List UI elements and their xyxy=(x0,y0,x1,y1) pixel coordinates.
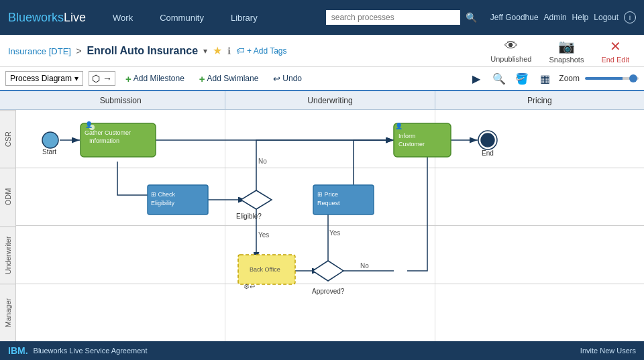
search-input[interactable] xyxy=(326,10,460,25)
main-content: CSR ODM Underwriter Manager Submission U… xyxy=(0,91,644,341)
zoom-label: Zoom xyxy=(559,74,580,83)
diagram-type-label: Process Diagram xyxy=(10,74,72,83)
end-edit-label: End Edit xyxy=(601,56,629,64)
svg-text:⊞ Price: ⊞ Price xyxy=(317,191,338,198)
nav-work[interactable]: Work xyxy=(99,0,146,35)
play-button[interactable]: ▶ xyxy=(468,70,485,87)
select-icon[interactable]: ⬡ xyxy=(92,73,100,84)
logo-text-white: Live xyxy=(64,11,86,24)
svg-text:Start: Start xyxy=(42,148,56,156)
tag-icon: 🏷 xyxy=(236,46,245,56)
approved-gateway-node[interactable] xyxy=(313,261,343,281)
search-diagram-button[interactable]: 🔍 xyxy=(490,70,508,87)
ibm-logo: IBM. xyxy=(8,345,28,356)
svg-point-23 xyxy=(481,133,494,147)
user-area: Jeff Goodhue Admin Help Logout i xyxy=(490,11,636,23)
nav-library[interactable]: Library xyxy=(217,0,271,35)
service-agreement-link[interactable]: Blueworks Live Service Agreement xyxy=(34,347,148,355)
diagram-type-chevron: ▾ xyxy=(74,74,78,83)
app-logo: BlueworksLive xyxy=(8,11,86,25)
breadcrumb-separator: > xyxy=(76,46,82,56)
svg-text:No: No xyxy=(360,262,369,269)
svg-text:Back Office: Back Office xyxy=(250,266,280,273)
help-link[interactable]: Help xyxy=(572,13,589,22)
snapshots-button[interactable]: 📷 Snapshots xyxy=(542,36,590,66)
undo-label: Undo xyxy=(282,74,302,83)
logo-text-blue: Blueworks xyxy=(8,11,64,24)
svg-text:Customer: Customer xyxy=(398,141,425,147)
nav-links: Work Community Library xyxy=(99,0,313,35)
svg-text:No: No xyxy=(258,158,267,165)
svg-text:Inform: Inform xyxy=(398,133,416,139)
add-swimlane-plus-icon: + xyxy=(199,73,205,84)
footer: IBM. Blueworks Live Service Agreement In… xyxy=(0,341,644,360)
user-role: Admin xyxy=(544,13,567,22)
svg-text:Eligibility: Eligibility xyxy=(151,200,175,206)
swimlane-label-odm: ODM xyxy=(0,168,15,225)
favorite-icon[interactable]: ★ xyxy=(213,44,222,57)
nav-community[interactable]: Community xyxy=(146,0,217,35)
add-milestone-button[interactable]: + Add Milestone xyxy=(121,70,189,87)
eligibility-gateway-node[interactable] xyxy=(241,190,272,209)
title-bar: Insurance [DTE] > Enroll Auto Insurance … xyxy=(0,35,644,67)
svg-text:Yes: Yes xyxy=(258,231,269,239)
paint-button[interactable]: 🪣 xyxy=(513,70,531,87)
unpublished-button[interactable]: 👁 Unpublished xyxy=(484,36,538,66)
end-edit-button[interactable]: ✕ End Edit xyxy=(594,36,636,66)
svg-text:⚙↩: ⚙↩ xyxy=(244,283,255,290)
breadcrumb: Insurance [DTE] > Enroll Auto Insurance xyxy=(8,45,198,57)
swimlane-label-csr: CSR xyxy=(0,110,15,168)
diagram-area: CSR ODM Underwriter Manager Submission U… xyxy=(0,91,644,341)
top-navigation: BlueworksLive Work Community Library 🔍 J… xyxy=(0,0,644,35)
add-swimlane-button[interactable]: + Add Swimlane xyxy=(195,70,263,87)
add-swimlane-label: Add Swimlane xyxy=(207,74,259,83)
end-edit-icon: ✕ xyxy=(610,38,621,54)
breadcrumb-parent[interactable]: Insurance [DTE] xyxy=(8,46,71,56)
logout-link[interactable]: Logout xyxy=(594,13,619,22)
svg-text:Request: Request xyxy=(317,200,340,206)
svg-text:👤: 👤 xyxy=(395,122,403,130)
start-node[interactable] xyxy=(42,132,58,148)
unpublished-icon: 👁 xyxy=(504,38,518,54)
search-area: 🔍 xyxy=(326,10,477,25)
toolbar: Process Diagram ▾ ⬡ → + Add Milestone + … xyxy=(0,67,644,91)
snapshots-label: Snapshots xyxy=(549,56,584,64)
process-diagram-svg: No Yes Yes No xyxy=(16,91,644,341)
search-icon[interactable]: 🔍 xyxy=(466,12,477,23)
diagram-type-select[interactable]: Process Diagram ▾ xyxy=(5,71,83,86)
add-tags-label: + Add Tags xyxy=(247,46,287,56)
invite-users-link[interactable]: Invite New Users xyxy=(580,347,636,355)
svg-text:Information: Information xyxy=(89,137,119,144)
arrow-icon[interactable]: → xyxy=(103,73,112,84)
user-name: Jeff Goodhue xyxy=(490,13,539,22)
diagram-container: Submission Underwriting Pricing xyxy=(16,91,644,341)
swimlane-label-manager: Manager xyxy=(0,284,15,341)
svg-text:End: End xyxy=(482,149,494,157)
zoom-slider[interactable] xyxy=(585,77,639,80)
svg-text:Approved?: Approved? xyxy=(312,288,345,295)
title-chevron-icon[interactable]: ▾ xyxy=(203,46,207,56)
title-actions: 👁 Unpublished 📷 Snapshots ✕ End Edit xyxy=(484,36,636,66)
swimlane-label-underwriter: Underwriter xyxy=(0,226,15,284)
svg-text:⊞ Check: ⊞ Check xyxy=(151,191,176,198)
unpublished-label: Unpublished xyxy=(490,55,531,63)
svg-text:👤: 👤 xyxy=(85,121,93,129)
undo-icon: ↩ xyxy=(273,74,280,84)
toolbar-right: ▶ 🔍 🪣 ▦ Zoom xyxy=(468,70,639,87)
add-milestone-label: Add Milestone xyxy=(133,74,184,83)
add-tags-button[interactable]: 🏷 + Add Tags xyxy=(236,46,287,56)
zoom-thumb xyxy=(629,74,637,82)
svg-text:Eligible?: Eligible? xyxy=(236,213,262,220)
snapshots-icon: 📷 xyxy=(558,38,575,54)
footer-left: IBM. Blueworks Live Service Agreement xyxy=(8,345,148,356)
grid-button[interactable]: ▦ xyxy=(536,70,553,87)
undo-button[interactable]: ↩ Undo xyxy=(268,71,307,86)
add-milestone-plus-icon: + xyxy=(125,73,131,84)
title-info-icon[interactable]: ℹ xyxy=(227,46,231,56)
svg-text:Yes: Yes xyxy=(329,229,340,237)
user-info-icon[interactable]: i xyxy=(624,11,636,23)
swimlane-labels: CSR ODM Underwriter Manager xyxy=(0,91,16,341)
page-title: Enroll Auto Insurance xyxy=(87,45,198,56)
svg-text:Gather Customer: Gather Customer xyxy=(85,129,131,136)
